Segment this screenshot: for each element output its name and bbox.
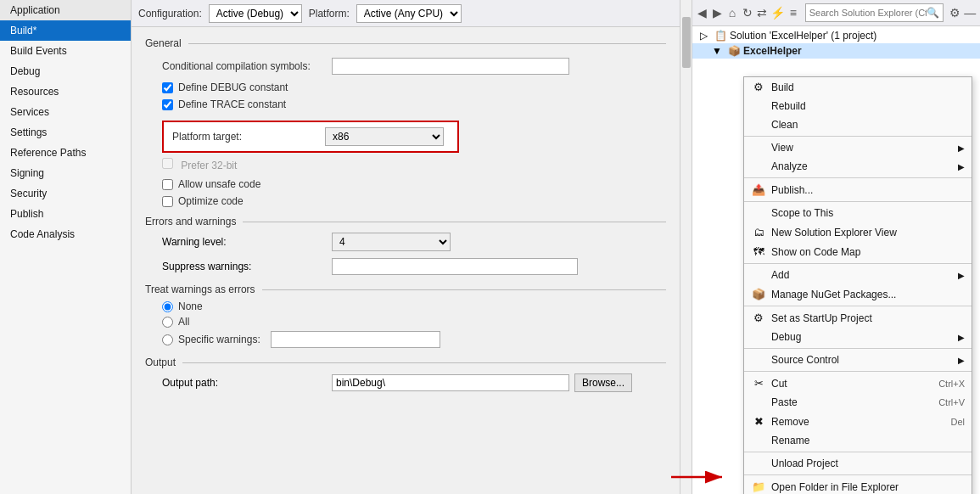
cm-rebuild[interactable]: Rebuild bbox=[744, 97, 972, 115]
se-settings-btn[interactable]: ⚙ bbox=[949, 3, 962, 22]
se-refresh-btn[interactable]: ↻ bbox=[741, 3, 754, 22]
all-radio[interactable] bbox=[162, 317, 173, 328]
nav-build[interactable]: Build* bbox=[0, 20, 131, 41]
cm-unload[interactable]: Unload Project bbox=[744, 454, 972, 473]
nav-reference-paths[interactable]: Reference Paths bbox=[0, 143, 131, 163]
cond-symbols-input[interactable] bbox=[332, 58, 569, 75]
cm-cut-label: Cut bbox=[771, 378, 933, 390]
cm-rename-label: Rename bbox=[771, 435, 965, 446]
nav-publish[interactable]: Publish bbox=[0, 204, 131, 224]
cm-scope-label: Scope to This bbox=[771, 207, 965, 219]
allow-unsafe-label: Allow unsafe code bbox=[178, 178, 260, 190]
cm-add-label: Add bbox=[771, 269, 953, 281]
cm-clean[interactable]: Clean bbox=[744, 115, 972, 134]
optimize-label: Optimize code bbox=[178, 195, 244, 207]
treat-section-title: Treat warnings as errors bbox=[145, 283, 666, 295]
cm-source-control[interactable]: Source Control ▶ bbox=[744, 351, 972, 369]
define-trace-label: Define TRACE constant bbox=[178, 98, 286, 110]
cm-paste[interactable]: Paste Ctrl+V bbox=[744, 393, 972, 412]
cond-symbols-label: Conditional compilation symbols: bbox=[162, 60, 332, 72]
optimize-row: Optimize code bbox=[145, 195, 666, 207]
cm-startup-icon: ⚙ bbox=[751, 312, 766, 324]
se-minus-btn[interactable]: — bbox=[963, 3, 977, 22]
cm-open-folder[interactable]: 📁 Open Folder in File Explorer bbox=[744, 477, 972, 494]
nav-build-events[interactable]: Build Events bbox=[0, 41, 131, 61]
cm-analyze-arrow: ▶ bbox=[958, 162, 965, 171]
cm-build-label: Build bbox=[771, 81, 965, 93]
all-label: All bbox=[178, 316, 189, 328]
main-content: Configuration: Active (Debug) Platform: … bbox=[132, 0, 680, 494]
cm-remove-icon: ✖ bbox=[751, 415, 766, 428]
warn-level-select[interactable]: 4 bbox=[332, 233, 451, 251]
cm-folder-label: Open Folder in File Explorer bbox=[771, 481, 965, 493]
nav-services[interactable]: Services bbox=[0, 102, 131, 122]
context-menu: ⚙ Build Rebuild Clean View ▶ Analyze ▶ 📤… bbox=[743, 76, 972, 494]
solution-tree-item[interactable]: ▷ 📋 Solution 'ExcelHelper' (1 project) bbox=[692, 28, 980, 43]
cm-show-code-map[interactable]: 🗺 Show on Code Map bbox=[744, 242, 972, 261]
cm-startup[interactable]: ⚙ Set as StartUp Project bbox=[744, 308, 972, 328]
cm-debug[interactable]: Debug ▶ bbox=[744, 328, 972, 346]
platform-target-select[interactable]: x86 bbox=[325, 127, 444, 146]
allow-unsafe-checkbox[interactable] bbox=[162, 179, 173, 190]
search-icon: 🔍 bbox=[927, 7, 939, 19]
cm-code-map-icon: 🗺 bbox=[751, 245, 766, 258]
specific-radio[interactable] bbox=[162, 334, 173, 345]
cm-publish[interactable]: 📤 Publish... bbox=[744, 180, 972, 199]
se-home-btn[interactable]: ⌂ bbox=[725, 3, 739, 22]
browse-button[interactable]: Browse... bbox=[574, 373, 632, 392]
solution-file-icon: 📋 bbox=[713, 30, 728, 42]
none-radio[interactable] bbox=[162, 301, 173, 312]
se-filter-btn[interactable]: ⚡ bbox=[770, 3, 785, 22]
nav-application[interactable]: Application bbox=[0, 0, 131, 20]
output-path-label: Output path: bbox=[162, 377, 332, 389]
cm-startup-label: Set as StartUp Project bbox=[771, 312, 965, 324]
specific-input[interactable] bbox=[271, 331, 440, 348]
build-content: General Conditional compilation symbols:… bbox=[132, 27, 680, 494]
define-debug-checkbox[interactable] bbox=[162, 82, 173, 93]
cm-nuget-label: Manage NuGet Packages... bbox=[771, 289, 965, 300]
cm-cut[interactable]: ✂ Cut Ctrl+X bbox=[744, 373, 972, 393]
nav-security[interactable]: Security bbox=[0, 183, 131, 204]
define-trace-row: Define TRACE constant bbox=[145, 98, 666, 110]
suppress-input[interactable] bbox=[332, 258, 578, 275]
cm-scope[interactable]: Scope to This bbox=[744, 204, 972, 222]
cm-remove[interactable]: ✖ Remove Del bbox=[744, 412, 972, 431]
se-search-input[interactable] bbox=[809, 8, 927, 18]
scrollbar-thumb[interactable] bbox=[682, 17, 691, 68]
project-tree-item[interactable]: ▼ 📦 ExcelHelper bbox=[692, 43, 980, 59]
cm-build[interactable]: ⚙ Build bbox=[744, 77, 972, 97]
se-back-btn[interactable]: ◀ bbox=[696, 3, 709, 22]
nav-resources[interactable]: Resources bbox=[0, 81, 131, 102]
nav-signing[interactable]: Signing bbox=[0, 163, 131, 183]
cm-clean-label: Clean bbox=[771, 119, 965, 131]
cm-add-arrow: ▶ bbox=[958, 271, 965, 280]
cm-rename[interactable]: Rename bbox=[744, 431, 972, 450]
suppress-label: Suppress warnings: bbox=[162, 261, 332, 272]
cm-new-se-view[interactable]: 🗂 New Solution Explorer View bbox=[744, 222, 972, 242]
cm-view[interactable]: View ▶ bbox=[744, 138, 972, 157]
cm-nuget[interactable]: 📦 Manage NuGet Packages... bbox=[744, 284, 972, 304]
cm-view-label: View bbox=[771, 142, 953, 154]
prefer-32bit-checkbox[interactable] bbox=[162, 158, 173, 169]
se-collapse-btn[interactable]: ≡ bbox=[787, 3, 800, 22]
nav-code-analysis[interactable]: Code Analysis bbox=[0, 224, 131, 244]
cm-sep-2 bbox=[744, 177, 972, 178]
cm-view-arrow: ▶ bbox=[958, 143, 965, 153]
cm-analyze[interactable]: Analyze ▶ bbox=[744, 157, 972, 176]
platform-select[interactable]: Active (Any CPU) bbox=[356, 4, 462, 23]
nav-settings[interactable]: Settings bbox=[0, 122, 131, 143]
output-path-input[interactable] bbox=[332, 374, 569, 391]
define-trace-checkbox[interactable] bbox=[162, 99, 173, 110]
optimize-checkbox[interactable] bbox=[162, 196, 173, 207]
nav-debug[interactable]: Debug bbox=[0, 61, 131, 81]
scrollbar[interactable] bbox=[680, 0, 692, 494]
se-sync-btn[interactable]: ⇄ bbox=[756, 3, 770, 22]
cm-add[interactable]: Add ▶ bbox=[744, 266, 972, 284]
config-select[interactable]: Active (Debug) bbox=[209, 4, 302, 23]
platform-target-label: Platform target: bbox=[172, 131, 325, 143]
se-forward-btn[interactable]: ▶ bbox=[711, 3, 725, 22]
cm-code-map-label: Show on Code Map bbox=[771, 246, 965, 258]
warn-level-label: Warning level: bbox=[162, 236, 332, 248]
solution-icon: ▷ bbox=[696, 30, 711, 42]
warn-level-row: Warning level: 4 bbox=[145, 233, 666, 251]
